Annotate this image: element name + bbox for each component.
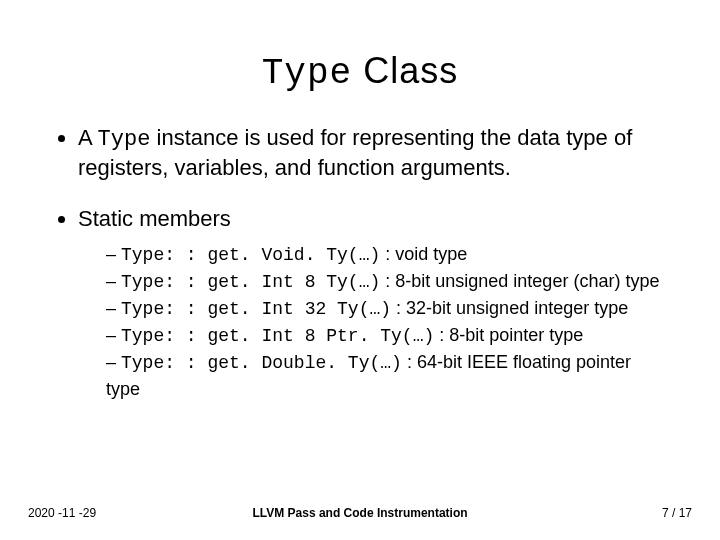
footer-title: LLVM Pass and Code Instrumentation [252,506,467,520]
item-desc: : 8-bit pointer type [434,325,583,345]
list-item: Type: : get. Void. Ty(…) : void type [106,241,670,268]
list-item: Type: : get. Int 32 Ty(…) : 32-bit unsig… [106,295,670,322]
bullet-intro-code: Type [98,127,151,152]
item-code: Type: : get. Int 8 Ty(…) [121,272,380,292]
slide: Type Class A Type instance is used for r… [0,0,720,540]
list-item: Type: : get. Int 8 Ty(…) : 8-bit unsigne… [106,268,670,295]
bullet-intro-pre: A [78,125,98,150]
item-code: Type: : get. Int 8 Ptr. Ty(…) [121,326,434,346]
page-number: 7 [662,506,669,520]
page-total: / 17 [672,506,692,520]
item-code: Type: : get. Double. Ty(…) [121,353,402,373]
bullet-intro-post: instance is used for representing the da… [78,125,632,180]
list-item: Type: : get. Double. Ty(…) : 64-bit IEEE… [106,349,670,402]
footer-date: 2020 -11 -29 [28,506,96,520]
bullet-static: Static members Type: : get. Void. Ty(…) … [78,205,670,402]
item-code: Type: : get. Void. Ty(…) [121,245,380,265]
bullet-intro: A Type instance is used for representing… [78,124,670,181]
item-desc: : 8-bit unsigned integer (char) type [380,271,659,291]
title-word: Class [352,50,458,91]
list-item: Type: : get. Int 8 Ptr. Ty(…) : 8-bit po… [106,322,670,349]
item-desc: : 32-bit unsigned integer type [391,298,628,318]
footer-pages: 7 / 17 [662,506,692,520]
sub-list: Type: : get. Void. Ty(…) : void type Typ… [78,241,670,403]
item-desc: : void type [380,244,467,264]
item-code: Type: : get. Int 32 Ty(…) [121,299,391,319]
title-code: Type [262,53,352,94]
bullet-list: A Type instance is used for representing… [50,124,670,402]
slide-title: Type Class [50,50,670,94]
footer: 2020 -11 -29 LLVM Pass and Code Instrume… [0,506,720,520]
bullet-static-label: Static members [78,206,231,231]
